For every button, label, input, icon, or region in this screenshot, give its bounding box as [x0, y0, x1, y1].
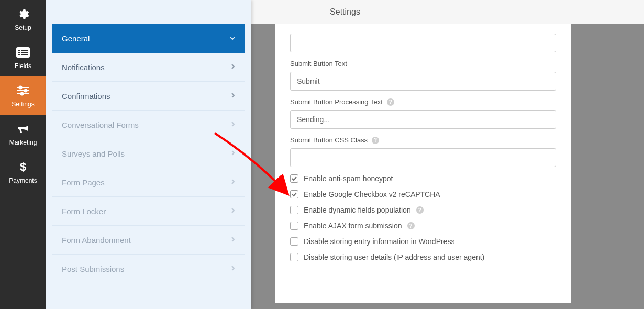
panel-item-form-abandonment[interactable]: Form Abandonment	[52, 226, 245, 255]
chevron-right-icon	[230, 149, 236, 158]
input-unlabeled-top[interactable]	[290, 34, 556, 52]
panel-item-label: General	[62, 34, 90, 43]
checkbox-label: Disable storing entry information in Wor…	[304, 237, 454, 246]
checkbox[interactable]	[290, 174, 298, 183]
checkbox[interactable]	[290, 190, 298, 198]
chevron-right-icon	[230, 178, 236, 186]
checkbox-row-dynamic-fields[interactable]: Enable dynamic fields population ?	[290, 206, 556, 214]
chevron-right-icon	[230, 264, 236, 273]
checkbox-label: Disable storing user details (IP address…	[304, 253, 484, 261]
chevron-right-icon	[230, 63, 236, 71]
help-icon[interactable]: ?	[407, 222, 415, 229]
iconbar-setup[interactable]: Setup	[0, 0, 46, 38]
chevron-right-icon	[230, 120, 236, 129]
checkbox[interactable]	[290, 253, 298, 261]
chevron-right-icon	[230, 92, 236, 100]
iconbar-label: Payments	[9, 177, 37, 184]
panel-item-notifications[interactable]: Notifications	[52, 53, 245, 82]
panel-item-label: Form Locker	[62, 207, 106, 216]
panel-item-label: Confirmations	[62, 92, 110, 101]
iconbar-label: Marketing	[9, 139, 37, 146]
list-icon	[16, 46, 30, 59]
chevron-right-icon	[230, 236, 236, 244]
checkbox-label: Enable Google Checkbox v2 reCAPTCHA	[304, 190, 440, 198]
svg-point-12	[21, 92, 24, 95]
panel-item-general[interactable]: General	[52, 24, 245, 53]
panel-item-conversational-forms[interactable]: Conversational Forms	[52, 111, 245, 139]
svg-point-10	[25, 89, 27, 92]
panel-item-label: Surveys and Polls	[62, 149, 125, 158]
panel-item-surveys-polls[interactable]: Surveys and Polls	[52, 139, 245, 168]
iconbar-payments[interactable]: $ Payments	[0, 153, 46, 191]
settings-side-panel: General Notifications Confirmations Conv…	[46, 0, 251, 309]
panel-item-form-locker[interactable]: Form Locker	[52, 197, 245, 226]
gear-icon	[16, 7, 30, 21]
iconbar-label: Settings	[12, 101, 34, 108]
checkbox-row-disable-entry-storage[interactable]: Disable storing entry information in Wor…	[290, 237, 556, 246]
help-icon[interactable]: ?	[372, 137, 379, 144]
chevron-right-icon	[230, 207, 236, 215]
panel-item-label: Conversational Forms	[62, 120, 139, 129]
iconbar-settings[interactable]: Settings	[0, 76, 46, 115]
panel-item-label: Form Pages	[62, 178, 105, 187]
svg-text:$: $	[20, 161, 26, 173]
panel-item-form-pages[interactable]: Form Pages	[52, 168, 245, 197]
checkbox[interactable]	[290, 206, 298, 214]
iconbar-marketing[interactable]: Marketing	[0, 115, 46, 153]
checkbox-row-disable-user-details[interactable]: Disable storing user details (IP address…	[290, 253, 556, 261]
checkbox-label: Enable anti-spam honeypot	[304, 174, 393, 183]
checkbox[interactable]	[290, 222, 298, 230]
panel-item-label: Notifications	[62, 63, 105, 72]
bullhorn-icon	[16, 122, 30, 136]
help-icon[interactable]: ?	[416, 206, 424, 214]
input-submit-button-text[interactable]	[290, 72, 556, 91]
panel-item-label: Post Submissions	[62, 264, 124, 273]
label-submit-button-processing: Submit Button Processing Text ?	[290, 98, 556, 106]
checkbox-row-ajax[interactable]: Enable AJAX form submission ?	[290, 222, 556, 230]
panel-item-label: Form Abandonment	[62, 236, 131, 245]
label-submit-button-css: Submit Button CSS Class ?	[290, 136, 556, 144]
sliders-icon	[16, 84, 30, 97]
input-submit-button-processing[interactable]	[290, 110, 556, 129]
checkbox-row-recaptcha[interactable]: Enable Google Checkbox v2 reCAPTCHA	[290, 190, 556, 198]
checkbox-label: Enable AJAX form submission	[304, 222, 402, 230]
dollar-icon: $	[16, 160, 30, 174]
help-icon[interactable]: ?	[387, 98, 394, 106]
label-submit-button-text: Submit Button Text	[290, 60, 556, 68]
iconbar-label: Fields	[15, 62, 31, 70]
checkbox-label: Enable dynamic fields population	[304, 206, 411, 214]
svg-point-8	[19, 86, 22, 89]
checkbox-row-honeypot[interactable]: Enable anti-spam honeypot	[290, 174, 556, 183]
settings-form: Submit Button Text Submit Button Process…	[275, 24, 571, 303]
iconbar-fields[interactable]: Fields	[0, 38, 46, 76]
chevron-down-icon	[229, 35, 236, 43]
panel-item-confirmations[interactable]: Confirmations	[52, 82, 245, 111]
panel-item-post-submissions[interactable]: Post Submissions	[52, 255, 245, 283]
input-submit-button-css[interactable]	[290, 148, 556, 167]
page-title: Settings	[330, 7, 360, 17]
iconbar-label: Setup	[15, 24, 31, 31]
checkbox[interactable]	[290, 237, 298, 246]
primary-iconbar: Setup Fields Settings Marketing $ Paymen…	[0, 0, 46, 309]
